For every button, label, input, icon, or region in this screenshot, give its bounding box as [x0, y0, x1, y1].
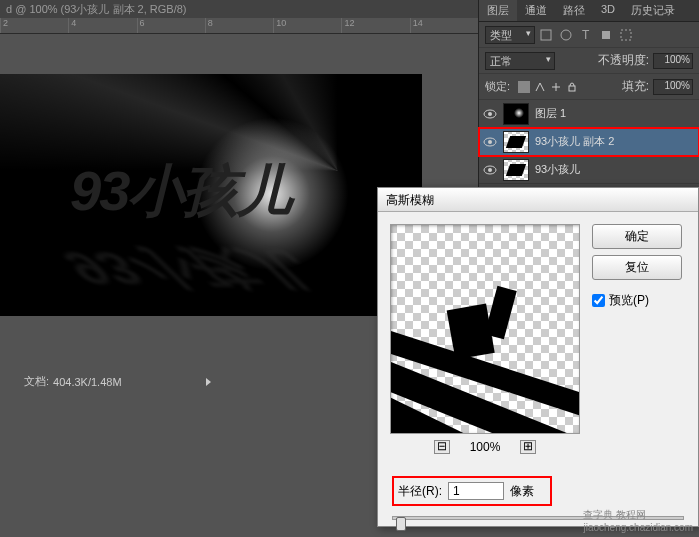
visibility-icon[interactable]	[483, 135, 497, 149]
radius-input[interactable]	[448, 482, 504, 500]
tab-channels[interactable]: 通道	[517, 0, 555, 21]
document-title: d @ 100% (93小孩儿 副本 2, RGB/8)	[0, 0, 478, 18]
ok-button[interactable]: 确定	[592, 224, 682, 249]
layer-name-label[interactable]: 93小孩儿	[535, 162, 580, 177]
lock-position-icon[interactable]	[550, 81, 562, 93]
preview-checkbox[interactable]	[592, 294, 605, 307]
svg-rect-3	[602, 31, 610, 39]
zoom-in-button[interactable]: ⊞	[520, 440, 536, 454]
doc-info-label: 文档:	[24, 374, 49, 389]
horizontal-ruler: 2468101214	[0, 18, 478, 34]
layers-panel: 图层 通道 路径 3D 历史记录 类型 T 正常 不透明度: 100% 锁定: …	[478, 0, 699, 200]
layer-row[interactable]: 93小孩儿	[479, 156, 699, 184]
doc-info-arrow-icon[interactable]	[206, 378, 211, 386]
tab-layers[interactable]: 图层	[479, 0, 517, 21]
layer-name-label[interactable]: 图层 1	[535, 106, 566, 121]
layer-filter-row: 类型 T	[479, 22, 699, 48]
filter-image-icon[interactable]	[539, 28, 553, 42]
zoom-controls: ⊟ 100% ⊞	[390, 440, 580, 454]
gaussian-blur-dialog: 高斯模糊 ⊟ 100% ⊞ 确定 复位 预	[377, 187, 699, 527]
tab-paths[interactable]: 路径	[555, 0, 593, 21]
svg-text:T: T	[582, 28, 590, 42]
opacity-input[interactable]: 100%	[653, 53, 693, 69]
filter-type-icon[interactable]: T	[579, 28, 593, 42]
visibility-icon[interactable]	[483, 163, 497, 177]
document-info[interactable]: 文档: 404.3K/1.48M	[20, 370, 215, 393]
layer-thumbnail[interactable]	[503, 131, 529, 153]
tab-3d[interactable]: 3D	[593, 0, 623, 21]
canvas-reflection-text: 93小孩儿	[48, 237, 322, 298]
svg-point-12	[488, 168, 492, 172]
zoom-out-button[interactable]: ⊟	[434, 440, 450, 454]
svg-point-10	[488, 140, 492, 144]
svg-rect-5	[518, 81, 530, 93]
lock-all-icon[interactable]	[566, 81, 578, 93]
filter-smart-icon[interactable]	[619, 28, 633, 42]
radius-row: 半径(R): 像素	[392, 476, 552, 506]
radius-label: 半径(R):	[398, 483, 442, 500]
layer-name-label[interactable]: 93小孩儿 副本 2	[535, 134, 614, 149]
svg-rect-6	[569, 86, 575, 91]
canvas[interactable]: 93小孩儿 93小孩儿	[0, 74, 422, 316]
svg-rect-0	[541, 30, 551, 40]
filter-adjust-icon[interactable]	[559, 28, 573, 42]
layer-kind-dropdown[interactable]: 类型	[485, 26, 535, 44]
zoom-value: 100%	[470, 440, 501, 454]
fill-label: 填充:	[622, 78, 649, 95]
panel-tabs: 图层 通道 路径 3D 历史记录	[479, 0, 699, 22]
cancel-button[interactable]: 复位	[592, 255, 682, 280]
preview-checkbox-label: 预览(P)	[609, 292, 649, 309]
tab-history[interactable]: 历史记录	[623, 0, 683, 21]
lock-transparency-icon[interactable]	[518, 81, 530, 93]
blend-opacity-row: 正常 不透明度: 100%	[479, 48, 699, 74]
svg-point-8	[488, 112, 492, 116]
preview-checkbox-row[interactable]: 预览(P)	[592, 292, 682, 309]
svg-rect-4	[621, 30, 631, 40]
slider-thumb[interactable]	[396, 517, 406, 531]
lock-label: 锁定:	[485, 79, 510, 94]
layer-row-selected[interactable]: 93小孩儿 副本 2	[479, 128, 699, 156]
watermark: 查字典 教程网 jiaocheng.chazidian.com	[583, 508, 693, 533]
dialog-title: 高斯模糊	[378, 188, 698, 212]
layer-row[interactable]: 图层 1	[479, 100, 699, 128]
fill-input[interactable]: 100%	[653, 79, 693, 95]
canvas-main-text: 93小孩儿	[70, 154, 290, 230]
visibility-icon[interactable]	[483, 107, 497, 121]
layer-thumbnail[interactable]	[503, 103, 529, 125]
opacity-label: 不透明度:	[598, 52, 649, 69]
blend-mode-dropdown[interactable]: 正常	[485, 52, 555, 70]
filter-shape-icon[interactable]	[599, 28, 613, 42]
filter-icons: T	[539, 28, 633, 42]
lock-pixels-icon[interactable]	[534, 81, 546, 93]
doc-info-value: 404.3K/1.48M	[53, 376, 122, 388]
lock-fill-row: 锁定: 填充: 100%	[479, 74, 699, 100]
preview-box[interactable]	[390, 224, 580, 434]
svg-point-1	[561, 30, 571, 40]
layer-thumbnail[interactable]	[503, 159, 529, 181]
radius-unit: 像素	[510, 483, 534, 500]
